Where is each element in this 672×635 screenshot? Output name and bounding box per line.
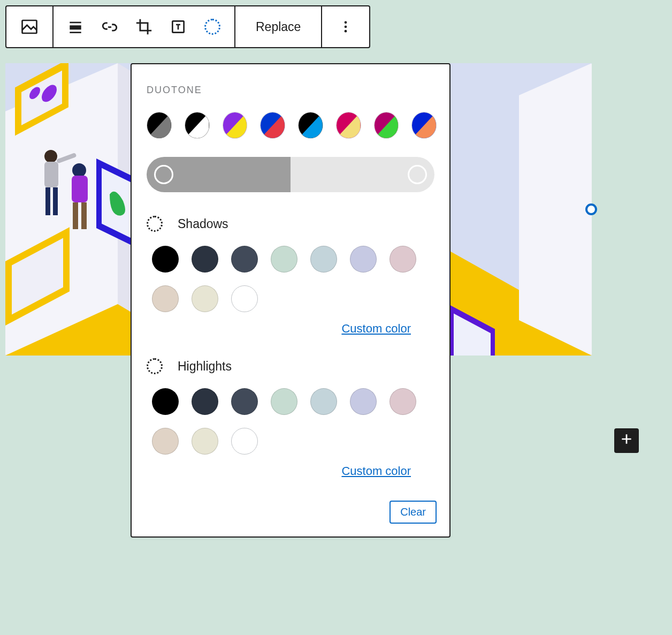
block-toolbar: Replace	[5, 5, 370, 48]
highlight-swatch-7[interactable]	[152, 428, 179, 455]
svg-point-5	[345, 21, 347, 24]
gradient-stop-highlight[interactable]	[408, 165, 427, 184]
highlights-label: Highlights	[178, 359, 232, 374]
highlight-swatch-0[interactable]	[152, 388, 179, 415]
link-button[interactable]	[100, 17, 120, 37]
duotone-preset-7[interactable]	[411, 112, 437, 139]
duotone-preset-3[interactable]	[260, 112, 285, 139]
text-overlay-button[interactable]	[168, 17, 188, 37]
highlights-custom-color-link[interactable]: Custom color	[341, 464, 411, 478]
svg-point-7	[345, 30, 347, 33]
shadows-swatches	[152, 246, 430, 312]
replace-label: Replace	[242, 20, 315, 34]
shadow-swatch-9[interactable]	[231, 285, 258, 312]
highlight-swatch-1[interactable]	[192, 388, 218, 415]
toolbar-group	[54, 6, 235, 47]
highlight-swatch-8[interactable]	[192, 428, 218, 455]
shadow-swatch-0[interactable]	[152, 246, 179, 273]
duotone-preset-5[interactable]	[336, 112, 361, 139]
svg-rect-33	[81, 202, 87, 229]
duotone-gradient-bar[interactable]	[147, 157, 434, 192]
shadows-custom-color-link[interactable]: Custom color	[341, 322, 411, 335]
svg-rect-3	[70, 32, 81, 33]
highlight-swatch-5[interactable]	[350, 388, 377, 415]
replace-button[interactable]: Replace	[235, 6, 322, 47]
crop-button[interactable]	[134, 17, 154, 37]
svg-marker-12	[519, 63, 592, 356]
svg-point-30	[72, 163, 86, 177]
shadows-label: Shadows	[178, 217, 228, 231]
highlights-header: Highlights	[147, 358, 434, 374]
highlight-swatch-4[interactable]	[310, 388, 337, 415]
add-block-button[interactable]	[614, 428, 639, 453]
highlight-swatch-9[interactable]	[231, 428, 258, 455]
highlight-swatch-6[interactable]	[390, 388, 416, 415]
duotone-preset-0[interactable]	[147, 112, 172, 139]
duotone-preset-1[interactable]	[185, 112, 210, 139]
image-icon	[19, 17, 40, 37]
duotone-preset-row	[147, 112, 437, 139]
unset-icon	[147, 358, 163, 374]
svg-rect-32	[73, 202, 78, 229]
shadow-swatch-1[interactable]	[192, 246, 218, 273]
popover-title: Duotone	[147, 85, 437, 96]
duotone-popover: Duotone Shadows Custom color Highlights …	[131, 63, 450, 538]
svg-rect-2	[70, 25, 81, 29]
svg-rect-26	[44, 162, 58, 187]
duotone-icon	[204, 19, 220, 35]
highlight-swatch-3[interactable]	[271, 388, 297, 415]
unset-icon	[147, 216, 163, 232]
svg-rect-31	[72, 176, 88, 202]
svg-rect-28	[53, 187, 58, 215]
shadow-swatch-7[interactable]	[152, 285, 179, 312]
svg-point-6	[345, 26, 347, 28]
shadow-swatch-5[interactable]	[350, 246, 377, 273]
svg-point-25	[44, 150, 57, 163]
gradient-stop-shadow[interactable]	[154, 165, 173, 184]
more-icon	[335, 17, 356, 37]
plus-icon	[620, 432, 633, 450]
highlight-swatch-2[interactable]	[231, 388, 258, 415]
shadow-swatch-8[interactable]	[192, 285, 218, 312]
shadow-swatch-6[interactable]	[390, 246, 416, 273]
shadow-swatch-4[interactable]	[310, 246, 337, 273]
shadows-header: Shadows	[147, 216, 434, 232]
image-resize-handle[interactable]	[585, 203, 597, 215]
clear-button[interactable]: Clear	[390, 501, 437, 524]
align-button[interactable]	[65, 17, 86, 37]
block-type-button[interactable]	[6, 6, 54, 47]
duotone-preset-6[interactable]	[374, 112, 399, 139]
highlights-swatches	[152, 388, 430, 455]
duotone-preset-4[interactable]	[298, 112, 323, 139]
shadow-swatch-2[interactable]	[231, 246, 258, 273]
duotone-preset-2[interactable]	[223, 112, 248, 139]
more-options-button[interactable]	[322, 6, 369, 47]
svg-rect-27	[45, 187, 50, 215]
shadow-swatch-3[interactable]	[271, 246, 297, 273]
svg-rect-1	[70, 22, 81, 24]
duotone-button[interactable]	[202, 17, 223, 37]
